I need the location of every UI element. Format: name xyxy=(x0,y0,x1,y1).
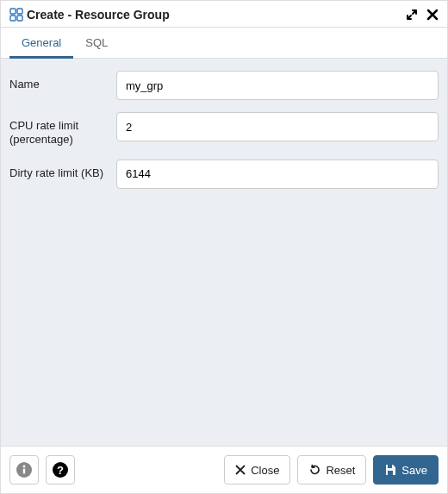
name-input[interactable] xyxy=(116,71,439,100)
svg-text:?: ? xyxy=(57,464,64,477)
svg-rect-3 xyxy=(17,16,22,21)
dialog-footer: ? Close Reset Save xyxy=(1,446,447,493)
reset-icon xyxy=(308,464,320,476)
close-x-icon xyxy=(235,465,246,475)
reset-button[interactable]: Reset xyxy=(297,455,366,485)
info-button[interactable] xyxy=(9,455,39,485)
form-content: Name CPU rate limit (percentage) Dirty r… xyxy=(1,59,447,446)
close-icon[interactable] xyxy=(426,9,439,21)
form-row-cpu-rate-limit: CPU rate limit (percentage) xyxy=(9,112,439,147)
dirty-rate-limit-input[interactable] xyxy=(116,159,439,189)
svg-point-5 xyxy=(23,466,26,468)
svg-rect-10 xyxy=(388,471,393,475)
expand-icon[interactable] xyxy=(406,9,418,21)
dialog-title: Create - Resource Group xyxy=(27,8,406,22)
resource-group-icon xyxy=(9,8,23,22)
svg-rect-0 xyxy=(10,9,16,14)
dirty-rate-limit-label: Dirty rate limit (KB) xyxy=(9,159,116,180)
close-button-label: Close xyxy=(251,464,279,477)
cpu-rate-limit-label: CPU rate limit (percentage) xyxy=(9,112,116,147)
tab-bar: General SQL xyxy=(1,28,447,59)
svg-rect-9 xyxy=(388,465,392,468)
svg-rect-2 xyxy=(10,16,16,21)
cpu-rate-limit-input[interactable] xyxy=(116,112,439,141)
save-button[interactable]: Save xyxy=(373,455,439,485)
svg-rect-6 xyxy=(23,469,25,474)
form-row-dirty-rate-limit: Dirty rate limit (KB) xyxy=(9,159,439,189)
close-button[interactable]: Close xyxy=(224,455,290,485)
name-label: Name xyxy=(9,71,116,91)
tab-sql[interactable]: SQL xyxy=(73,28,120,59)
dialog-titlebar: Create - Resource Group xyxy=(1,1,447,28)
save-icon xyxy=(384,464,396,476)
svg-rect-1 xyxy=(17,9,22,14)
form-row-name: Name xyxy=(9,71,439,100)
reset-button-label: Reset xyxy=(326,464,355,477)
save-button-label: Save xyxy=(401,464,427,477)
help-button[interactable]: ? xyxy=(46,455,75,485)
tab-general[interactable]: General xyxy=(9,28,73,59)
